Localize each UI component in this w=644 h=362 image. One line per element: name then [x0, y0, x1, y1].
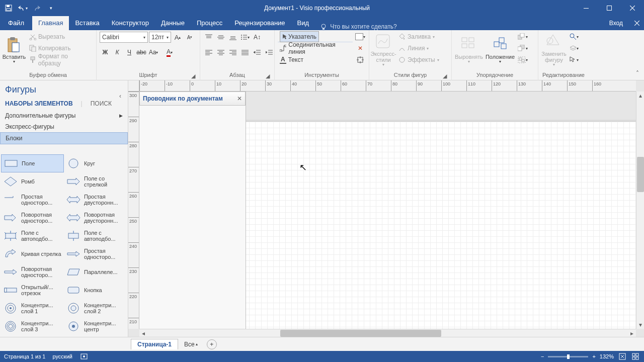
change-shape-button[interactable]: Заменить фигуру▾	[541, 31, 567, 69]
fit-to-window-button[interactable]	[618, 352, 627, 361]
tab-view[interactable]: Вид	[291, 16, 315, 30]
align-middle-button[interactable]	[215, 32, 226, 43]
shape-item[interactable]: Поворотная односторо...	[1, 263, 64, 281]
sign-in-button[interactable]: Вход	[602, 16, 630, 30]
zoom-level-label[interactable]: 132%	[600, 353, 614, 359]
scroll-h-thumb[interactable]	[280, 330, 441, 337]
find-button[interactable]: ▾	[569, 31, 580, 42]
strike-button[interactable]: abc	[136, 47, 147, 58]
align-button[interactable]: Выровнять▾	[455, 31, 483, 69]
italic-button[interactable]: К	[112, 47, 123, 58]
align-bottom-button[interactable]	[227, 32, 238, 43]
more-shapes-row[interactable]: Дополнительные фигуры▶	[0, 110, 128, 121]
shape-item[interactable]: Поле с автоподбо...	[64, 227, 127, 245]
select-button[interactable]: ▾	[569, 54, 580, 65]
zoom-slider[interactable]	[548, 356, 588, 357]
pointer-tool-button[interactable]: Указатель	[278, 31, 353, 42]
layers-button[interactable]: ▾	[569, 43, 580, 54]
zoom-thumb[interactable]	[567, 354, 570, 359]
paragraph-launcher[interactable]: ◢	[264, 72, 271, 79]
x-tool-button[interactable]: ✕	[355, 43, 366, 54]
shape-item[interactable]: Открытый/... отрезок	[1, 281, 64, 299]
redo-button[interactable]	[30, 2, 43, 15]
shape-item[interactable]: Ромб	[1, 172, 64, 191]
underline-button[interactable]: Ч	[124, 47, 135, 58]
shape-item[interactable]: Поле с автоподбо...	[1, 227, 64, 245]
decrease-indent-button[interactable]	[252, 47, 263, 58]
horizontal-ruler[interactable]: -20-100102030405060708090100110120130140…	[139, 80, 636, 92]
canvas-viewport[interactable]: Проводник по документам ✕ ↖	[139, 92, 636, 329]
shape-item[interactable]: Концентри... слой 1	[1, 299, 64, 317]
bullets-button[interactable]: ▾	[239, 32, 251, 43]
tab-file[interactable]: Файл	[0, 16, 32, 30]
language-label[interactable]: русский	[52, 353, 72, 359]
drawing-page[interactable]	[225, 122, 636, 329]
align-center-button[interactable]	[215, 47, 226, 58]
line-button[interactable]: Линия▾	[396, 43, 441, 54]
shapes-collapse-button[interactable]: ‹	[119, 93, 126, 100]
tab-review[interactable]: Рецензирование	[228, 16, 291, 30]
bold-button[interactable]: Ж	[100, 47, 111, 58]
align-right-button[interactable]	[227, 47, 238, 58]
group-button[interactable]: ▾	[517, 54, 528, 65]
zoom-in-button[interactable]: +	[592, 353, 595, 359]
tab-data[interactable]: Данные	[155, 16, 191, 30]
quick-styles-button[interactable]: Экспресс-стили▾	[372, 31, 394, 69]
scroll-v-thumb[interactable]	[637, 157, 644, 192]
add-page-button[interactable]: +	[207, 339, 217, 349]
position-button[interactable]: Положение▾	[485, 31, 515, 69]
format-painter-button[interactable]: Формат по образцу	[27, 54, 93, 65]
styles-launcher[interactable]: ◢	[441, 72, 448, 79]
text-direction-button[interactable]: A↕	[252, 32, 263, 43]
quick-shapes-row[interactable]: Экспресс-фигуры	[0, 121, 128, 132]
font-color-button[interactable]: A▾	[164, 47, 175, 58]
connector-tool-button[interactable]: Соединительная линия	[278, 43, 353, 54]
horizontal-scrollbar[interactable]: ◂ ▸	[139, 329, 636, 337]
send-back-button[interactable]: ▾	[517, 43, 528, 54]
font-launcher[interactable]: ◢	[190, 72, 197, 79]
tab-process[interactable]: Процесс	[191, 16, 228, 30]
shape-item[interactable]: Поворотная двусторонн...	[64, 209, 127, 227]
zoom-out-button[interactable]: −	[541, 353, 544, 359]
document-explorer-close[interactable]: ✕	[237, 95, 242, 102]
minimize-button[interactable]	[575, 0, 598, 16]
page-tab-1[interactable]: Страница-1	[131, 339, 178, 349]
align-top-button[interactable]	[203, 32, 214, 43]
shape-item[interactable]: Поле	[1, 154, 64, 172]
align-left-button[interactable]	[203, 47, 214, 58]
ribbon-close-button[interactable]	[630, 16, 644, 30]
tab-insert[interactable]: Вставка	[69, 16, 105, 30]
search-tab[interactable]: ПОИСК	[91, 100, 112, 107]
paste-button[interactable]: Вставить ▾	[3, 31, 25, 69]
font-size-combo[interactable]: 12пт▾	[149, 32, 171, 43]
blocks-row[interactable]: Блоки	[0, 132, 128, 144]
effects-button[interactable]: Эффекты▾	[396, 54, 441, 65]
save-button[interactable]	[2, 2, 15, 15]
scroll-right-button[interactable]: ▸	[628, 329, 636, 337]
shape-item[interactable]: Концентри... слой 2	[64, 299, 127, 317]
all-pages-button[interactable]: Все▴	[180, 339, 202, 349]
grow-font-button[interactable]: A▴	[172, 32, 183, 43]
page-count-label[interactable]: Страница 1 из 1	[4, 353, 45, 359]
shape-item[interactable]: Поле со стрелкой	[64, 172, 127, 191]
shape-item[interactable]: Кривая стрелка	[1, 245, 64, 263]
shape-item[interactable]: Простая односторо...	[64, 245, 127, 263]
shape-item[interactable]: Простая двусторонн...	[64, 191, 127, 209]
rectangle-tool-button[interactable]: ▾	[355, 31, 366, 42]
shape-item[interactable]: Концентри... центр	[64, 317, 127, 335]
tab-home[interactable]: Главная	[32, 16, 69, 30]
shape-item[interactable]: Кнопка	[64, 281, 127, 299]
macro-recording-icon[interactable]	[79, 352, 89, 361]
scroll-left-button[interactable]: ◂	[139, 329, 147, 337]
maximize-button[interactable]	[598, 0, 621, 16]
undo-button[interactable]: ▾	[16, 2, 29, 15]
font-name-combo[interactable]: Calibri▾	[100, 32, 148, 43]
bring-front-button[interactable]: ▾	[517, 31, 528, 42]
justify-button[interactable]	[239, 47, 251, 58]
change-case-button[interactable]: Aa▾	[148, 47, 159, 58]
tell-me[interactable]: Что вы хотите сделать?	[315, 23, 402, 30]
tab-design[interactable]: Конструктор	[106, 16, 155, 30]
increase-indent-button[interactable]	[264, 47, 275, 58]
cut-button[interactable]: Вырезать	[27, 31, 93, 42]
qat-customize[interactable]: ▾	[44, 2, 57, 15]
